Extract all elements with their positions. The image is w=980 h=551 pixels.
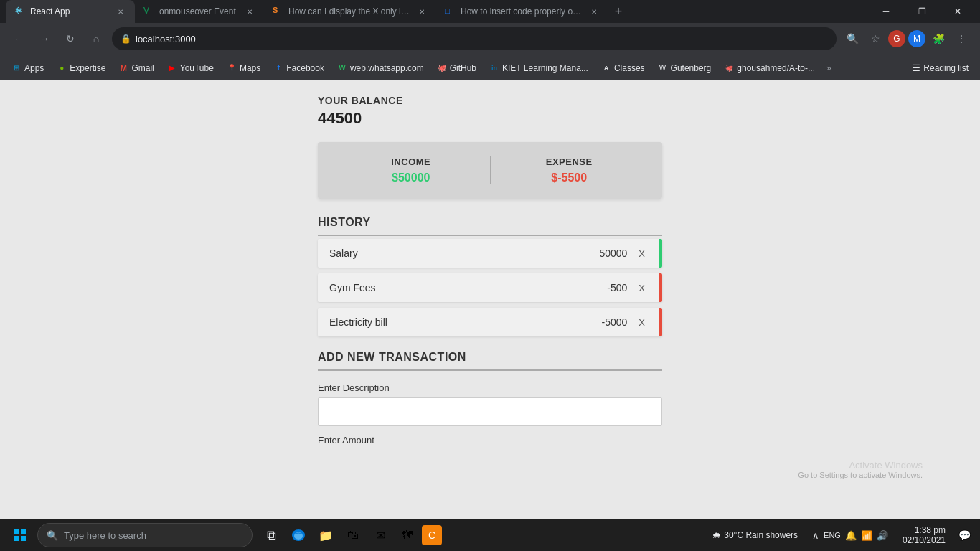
tab-stackoverflow1[interactable]: S How can I display the X only in si ✕ — [264, 0, 436, 23]
reading-list-icon: ☰ — [913, 63, 920, 73]
star-icon[interactable]: ☆ — [865, 29, 885, 49]
bookmark-gutenberg-label: Gutenberg — [671, 63, 712, 73]
github-icon: 🐙 — [437, 63, 447, 73]
file-explorer-icon[interactable]: 📁 — [313, 522, 339, 548]
bookmark-youtube[interactable]: ▶ YouTube — [161, 60, 220, 76]
bookmark-classes[interactable]: A Classes — [595, 60, 651, 76]
language-icon[interactable]: ENG — [824, 531, 841, 540]
income-box: INCOME $50000 — [332, 156, 491, 184]
bookmark-github[interactable]: 🐙 GitHub — [431, 60, 482, 76]
bookmark-kiet-label: KIET Learning Mana... — [502, 63, 588, 73]
volume-icon[interactable]: 🔊 — [877, 530, 888, 541]
add-transaction-divider — [318, 369, 662, 371]
transaction-electricity: Electricity bill -5000 X — [318, 308, 662, 336]
edge-icon[interactable] — [286, 522, 311, 548]
clock-display[interactable]: 1:38 pm 02/10/2021 — [897, 525, 951, 545]
lock-icon: 🔒 — [121, 34, 131, 44]
menu-icon[interactable]: ⋮ — [951, 29, 971, 49]
balance-section: YOUR BALANCE 44500 — [318, 95, 662, 128]
facebook-icon: f — [273, 63, 283, 73]
onmouseover-favicon: V — [143, 6, 155, 17]
wifi-icon[interactable]: 📶 — [861, 530, 872, 541]
bookmark-github-label: GitHub — [450, 63, 476, 73]
orange-app-icon[interactable]: C — [422, 525, 442, 545]
search-icon: 🔍 — [47, 530, 58, 541]
apps-icon: ⊞ — [11, 63, 22, 73]
expertise-icon: ● — [57, 63, 67, 73]
income-expense-box: INCOME $50000 EXPENSE $-5500 — [318, 142, 662, 199]
bookmark-gutenberg[interactable]: W Gutenberg — [652, 60, 717, 76]
gutenberg-icon: W — [658, 63, 668, 73]
start-button[interactable] — [6, 521, 34, 550]
reading-list-label: Reading list — [923, 63, 969, 73]
bookmark-maps[interactable]: 📍 Maps — [221, 60, 266, 76]
action-center-button[interactable]: 💬 — [954, 525, 974, 545]
address-text: localhost:3000 — [136, 34, 196, 44]
mail-icon[interactable]: ✉ — [367, 522, 393, 548]
close-button[interactable]: ✕ — [941, 0, 974, 23]
maps-taskbar-icon[interactable]: 🗺 — [395, 522, 420, 548]
income-amount: $50000 — [332, 171, 490, 184]
bookmark-whatsapp[interactable]: W web.whatsapp.com — [331, 60, 430, 76]
expense-box: EXPENSE $-5500 — [491, 156, 649, 184]
tab-react[interactable]: ⚛ React App ✕ — [6, 0, 135, 23]
home-button[interactable]: ⌂ — [86, 29, 106, 49]
bookmarks-more-button[interactable]: » — [822, 60, 836, 76]
transaction-electricity-name: Electricity bill — [329, 316, 602, 328]
bookmark-expertise-label: Expertise — [70, 63, 105, 73]
transaction-salary: Salary 50000 X — [318, 239, 662, 268]
transaction-electricity-delete[interactable]: X — [639, 317, 645, 328]
amount-label: Enter Amount — [318, 435, 662, 446]
bookmark-gmail-label: Gmail — [131, 63, 154, 73]
bookmark-whatsapp-label: web.whatsapp.com — [350, 63, 424, 73]
weather-display[interactable]: 🌧 30°C Rain showers — [707, 530, 804, 540]
tab-so1-close[interactable]: ✕ — [416, 6, 428, 17]
whatsapp-icon: W — [337, 63, 347, 73]
task-view-icon[interactable]: ⧉ — [258, 522, 284, 548]
extensions-icon[interactable]: 🧩 — [928, 29, 948, 49]
weather-icon: 🌧 — [712, 530, 721, 540]
tab-stackoverflow2[interactable]: □ How to insert code properly on S ✕ — [436, 0, 608, 23]
notification-icon[interactable]: 🔔 — [845, 530, 857, 541]
store-icon[interactable]: 🛍 — [340, 522, 366, 548]
transaction-salary-delete[interactable]: X — [639, 248, 645, 259]
description-input[interactable] — [318, 397, 662, 426]
transaction-gym: Gym Fees -500 X — [318, 273, 662, 302]
income-label: INCOME — [332, 156, 490, 167]
bookmark-gmail[interactable]: M Gmail — [113, 60, 159, 76]
transaction-electricity-amount: -5000 — [602, 316, 628, 328]
forward-button[interactable]: → — [34, 29, 55, 49]
bookmark-ghousahmed-label: ghousahmed/A-to-... — [737, 63, 815, 73]
description-label: Enter Description — [318, 382, 662, 393]
chevron-up-icon[interactable]: ∧ — [812, 530, 819, 541]
reading-list-button[interactable]: ☰ Reading list — [907, 60, 974, 76]
taskbar-search[interactable]: 🔍 Type here to search — [37, 523, 253, 547]
maps-icon: 📍 — [227, 63, 237, 73]
profile-icon-1[interactable]: G — [888, 30, 905, 47]
search-toolbar-icon[interactable]: 🔍 — [842, 29, 862, 49]
tab-so2-close[interactable]: ✕ — [588, 6, 600, 17]
new-tab-button[interactable]: + — [608, 1, 628, 22]
bookmark-expertise[interactable]: ● Expertise — [51, 60, 111, 76]
address-input-container[interactable]: 🔒 localhost:3000 — [112, 27, 837, 50]
weather-text: 30°C Rain showers — [724, 530, 798, 540]
so2-favicon: □ — [445, 6, 456, 17]
tab-onmouseover-close[interactable]: ✕ — [244, 6, 255, 17]
bookmark-facebook[interactable]: f Facebook — [268, 60, 330, 76]
transaction-gym-delete[interactable]: X — [639, 283, 645, 293]
maximize-button[interactable]: ❐ — [905, 0, 938, 23]
expense-label: EXPENSE — [491, 156, 649, 167]
tab-react-close[interactable]: ✕ — [115, 6, 126, 17]
bookmark-kiet[interactable]: in KIET Learning Mana... — [484, 60, 594, 76]
tab-onmouseover[interactable]: V onmouseover Event ✕ — [135, 0, 264, 23]
bookmark-ghousahmed[interactable]: 🐙 ghousahmed/A-to-... — [718, 60, 821, 76]
minimize-button[interactable]: ─ — [870, 0, 903, 23]
refresh-button[interactable]: ↻ — [60, 29, 80, 49]
so1-favicon: S — [273, 6, 284, 17]
bookmark-apps[interactable]: ⊞ Apps — [6, 60, 50, 76]
balance-label: YOUR BALANCE — [318, 95, 662, 106]
back-button[interactable]: ← — [9, 29, 29, 49]
profile-icon-2[interactable]: M — [908, 30, 925, 47]
classes-icon: A — [601, 63, 611, 73]
tab-onmouseover-title: onmouseover Event — [159, 6, 240, 17]
